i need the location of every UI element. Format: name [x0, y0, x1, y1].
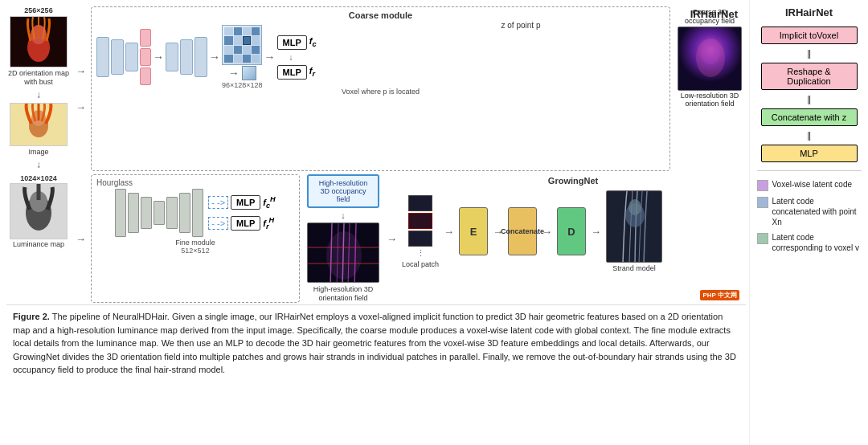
caption-area: Figure 2. The pipeline of NeuralHDHair. … — [6, 304, 746, 378]
growing-net-content: ⋮ Local patch → E → Concatenate → D → — [402, 190, 744, 272]
svg-point-8 — [701, 39, 720, 64]
input-arrows: → → — [74, 6, 88, 171]
image-label: Image — [28, 148, 48, 157]
hg-2 — [128, 193, 139, 233]
mlp-fc-row: MLP fc — [277, 35, 317, 50]
vc-3 — [243, 27, 251, 35]
dec-block-2 — [180, 39, 193, 75]
mlp-section: MLP fc ↓ MLP fr — [277, 35, 317, 80]
highres-section: High-resolution 3D occupancy field ↓ — [303, 174, 383, 303]
input-column: 256×256 2D orie — [6, 6, 71, 171]
sidebar-divider — [757, 170, 862, 171]
vc-6 — [234, 36, 242, 44]
arrow-voxel-small: → — [228, 67, 240, 80]
enc-pink-1 — [140, 29, 151, 47]
mlp-fc-box: MLP — [277, 35, 307, 50]
svg-point-20 — [326, 231, 362, 280]
concatenate-z-box: Concatenate with z — [761, 108, 858, 126]
hg-6 — [179, 193, 190, 233]
enc-pink-3 — [140, 67, 151, 85]
vc-16 — [252, 55, 260, 63]
fine-fc-label: fcH — [263, 195, 275, 210]
local-patch-label: Local patch — [402, 260, 439, 268]
growing-net-section: GrowingNet ⋮ Local patch → E → — [400, 174, 746, 303]
output-column: Coarse 3D occupancy field — [674, 6, 746, 171]
coarse-module-title: Coarse module — [96, 10, 665, 20]
irhainet-sidebar-title: IRHairNet — [785, 6, 833, 18]
arrow-concat-to-d: → — [542, 226, 552, 238]
mlp-sidebar-box: MLP — [761, 145, 858, 162]
coarse-hair-img — [678, 27, 742, 91]
orientation-map-img — [10, 16, 68, 67]
fine-fr-label: frH — [263, 216, 274, 231]
legend-text-voxel: Voxel-wise latent code — [772, 179, 853, 190]
fine-mlp-fr: MLP — [231, 216, 260, 231]
patch-3 — [408, 231, 432, 247]
fine-mlp-fc-row: - -> MLP fcH — [208, 195, 275, 210]
hg-4 — [154, 201, 165, 225]
voxel-grid — [222, 25, 262, 65]
strand-output: Strand model — [606, 190, 662, 272]
luminance-col: 1024×1024 Luminance map — [6, 174, 71, 303]
orientation-map-label: 2D orientation map with bust — [6, 69, 71, 87]
svg-point-23 — [628, 199, 641, 215]
figure-num: Figure 2. — [13, 312, 50, 321]
vc-15 — [243, 55, 251, 63]
vc-8 — [252, 36, 260, 44]
implicit-to-voxel-box: Implicit toVoxel — [761, 27, 858, 44]
legend-color-latent-concat — [757, 197, 768, 208]
luminance-label: Luminance map — [13, 240, 64, 249]
arrow-encoder: → — [153, 51, 164, 63]
main-container: 256×256 2D orie — [0, 0, 868, 445]
fr-label: fr — [309, 66, 315, 78]
hourglass-blocks: - -> MLP fcH - -> MLP frH — [115, 189, 275, 237]
growing-net-title: GrowingNet — [402, 176, 744, 186]
patch-1 — [408, 195, 432, 211]
arrow-2: ‖ — [807, 95, 812, 104]
input-image-img — [10, 103, 68, 146]
dec-block-1 — [166, 43, 178, 71]
fine-module-label: Fine module — [175, 239, 215, 247]
dec-block-3 — [194, 37, 207, 77]
enc-pink-2 — [140, 48, 151, 66]
legend-text-latent-voxel: Latent code corresponding to voxel v — [772, 232, 862, 253]
decoder-block: D — [557, 207, 586, 255]
vc-7 — [243, 36, 251, 44]
reshape-duplication-box: Reshape &Duplication — [761, 63, 858, 90]
vc-4 — [252, 27, 260, 35]
patch-2 — [408, 213, 432, 229]
arrow-1: ‖ — [807, 49, 812, 58]
highres-hair-img — [307, 222, 379, 283]
strand-model-img — [606, 190, 662, 263]
legend-latent-voxel: Latent code corresponding to voxel v — [757, 232, 862, 253]
legend-voxel-latent: Voxel-wise latent code — [757, 179, 862, 191]
highres-orientation-label: High-resolution 3D orientation field — [303, 285, 383, 303]
legend-text-latent-concat: Latent code concatenated with point Xn — [772, 196, 862, 227]
voxel-note: Voxel where p is located — [96, 88, 665, 96]
hourglass-label: Hourglass — [96, 178, 294, 187]
hg-5 — [166, 197, 178, 229]
coarse-output: Coarse 3D occupancy field — [675, 8, 744, 108]
vc-5 — [224, 36, 232, 44]
vc-10 — [234, 46, 242, 54]
sidebar: IRHairNet Implicit toVoxel ‖ Reshape &Du… — [749, 0, 868, 445]
enc-block-3 — [125, 43, 138, 71]
arrow-luminance: → — [74, 174, 88, 303]
hg-3 — [141, 197, 152, 229]
mlp-rows: MLP fc ↓ MLP fr — [277, 35, 317, 80]
coarse-module-box: Coarse module → → — [91, 6, 670, 171]
z-point-label: z of point p — [489, 21, 553, 30]
dim-1024: 1024×1024 — [20, 174, 56, 182]
enc-block-1 — [96, 37, 109, 77]
arrow-to-growing: → — [387, 174, 397, 303]
legend-color-voxel — [757, 180, 768, 191]
highres-occupancy-box: High-resolution 3D occupancy field — [307, 174, 379, 208]
arrow-to-voxel: → — [209, 51, 220, 63]
legend-color-latent-voxel — [757, 233, 768, 244]
luminance-img — [10, 183, 68, 239]
enc-block-2 — [111, 39, 124, 75]
mlp-fr-box: MLP — [277, 65, 307, 80]
vc-1 — [224, 27, 232, 35]
caption-text: The pipeline of NeuralHDHair. Given a si… — [13, 312, 736, 374]
diagram-area: 256×256 2D orie — [0, 0, 749, 445]
